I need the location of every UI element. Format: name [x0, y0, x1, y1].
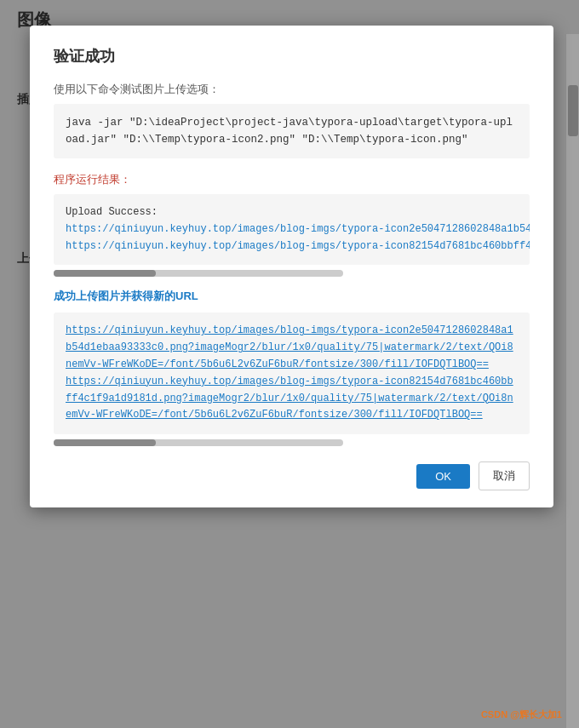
link-url2[interactable]: https://qiniuyun.keyhuy.top/images/blog-… [66, 375, 513, 421]
modal-dialog: 验证成功 使用以下命令测试图片上传选项： java -jar "D:\ideaP… [30, 26, 553, 507]
modal-footer: OK 取消 [54, 461, 530, 490]
success-label: 成功上传图片并获得新的URL [54, 289, 530, 304]
link-url1[interactable]: https://qiniuyun.keyhuy.top/images/blog-… [66, 324, 513, 370]
ok-button[interactable]: OK [416, 464, 470, 489]
command-block: java -jar "D:\ideaProject\project-java\t… [54, 104, 530, 158]
output-block[interactable]: Upload Success: https://qiniuyun.keyhuy.… [54, 194, 530, 265]
instruction-label: 使用以下命令测试图片上传选项： [54, 82, 530, 97]
result-label: 程序运行结果： [54, 172, 530, 187]
output-prefix: Upload Success: [66, 206, 158, 218]
urls-block[interactable]: https://qiniuyun.keyhuy.top/images/blog-… [54, 312, 530, 434]
horiz-scrollbar-2-thumb[interactable] [54, 439, 156, 446]
horiz-scrollbar-1-thumb[interactable] [54, 270, 156, 277]
brand-watermark: CSDN @辉长大加1 [481, 708, 562, 721]
output-url1: https://qiniuyun.keyhuy.top/images/blog-… [66, 223, 530, 235]
modal-title: 验证成功 [54, 46, 530, 66]
output-url2: https://qiniuyun.keyhuy.top/images/blog-… [66, 240, 530, 252]
horiz-scrollbar-1[interactable] [54, 270, 343, 277]
horiz-scrollbar-2[interactable] [54, 439, 343, 446]
cancel-button[interactable]: 取消 [479, 461, 530, 490]
